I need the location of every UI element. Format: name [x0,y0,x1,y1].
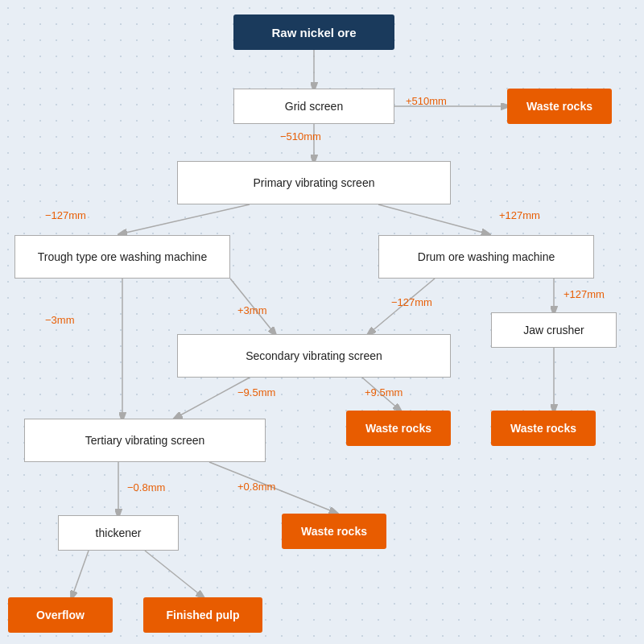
trough-washing-label: Trough type ore washing machine [38,250,207,263]
waste-rocks-1-label: Waste rocks [526,100,592,113]
finished-pulp-node: Finished pulp [143,597,262,633]
waste-rocks-2-label: Waste rocks [365,422,431,435]
label-minus127-left: −127mm [45,209,86,221]
primary-vibrating-node: Primary vibrating screen [177,161,451,204]
thickener-node: thickener [58,515,179,551]
jaw-crusher-node: Jaw crusher [491,312,617,348]
secondary-vibrating-label: Secondary vibrating screen [246,349,382,362]
raw-nickel-ore-label: Raw nickel ore [271,26,356,39]
label-minus0-8: −0.8mm [127,481,165,493]
raw-nickel-ore-node: Raw nickel ore [233,14,394,50]
label-plus9-5: +9.5mm [365,386,402,398]
jaw-crusher-label: Jaw crusher [523,324,584,336]
thickener-label: thickener [96,526,142,539]
label-minus3: −3mm [45,314,74,326]
secondary-vibrating-node: Secondary vibrating screen [177,334,451,378]
svg-line-15 [72,551,89,596]
label-minus127-mid: −127mm [391,296,432,308]
label-plus510: +510mm [406,95,447,107]
label-plus127-jaw: +127mm [564,288,605,300]
label-plus3: +3mm [237,304,266,316]
waste-rocks-3-node: Waste rocks [491,411,596,446]
drum-washing-node: Drum ore washing machine [378,235,594,279]
drum-washing-label: Drum ore washing machine [418,250,555,263]
tertiary-vibrating-node: Tertiary vibrating screen [24,419,266,462]
grid-screen-label: Grid screen [285,100,343,113]
tertiary-vibrating-label: Tertiary vibrating screen [85,434,205,447]
waste-rocks-2-node: Waste rocks [346,411,451,446]
waste-rocks-4-node: Waste rocks [282,514,386,549]
overflow-label: Overflow [36,609,85,621]
svg-line-4 [122,204,250,233]
svg-line-5 [378,204,486,233]
trough-washing-node: Trough type ore washing machine [14,235,230,279]
waste-rocks-3-label: Waste rocks [510,422,576,435]
label-minus9-5: −9.5mm [237,386,275,398]
waste-rocks-1-node: Waste rocks [507,89,612,124]
finished-pulp-label: Finished pulp [167,609,240,621]
waste-rocks-4-label: Waste rocks [301,525,367,538]
svg-line-16 [145,551,201,596]
label-plus127-right: +127mm [499,209,540,221]
primary-vibrating-label: Primary vibrating screen [254,176,375,189]
overflow-node: Overflow [8,597,113,633]
label-plus0-8: +0.8mm [237,481,275,493]
grid-screen-node: Grid screen [233,89,394,124]
label-minus510: −510mm [280,130,321,142]
